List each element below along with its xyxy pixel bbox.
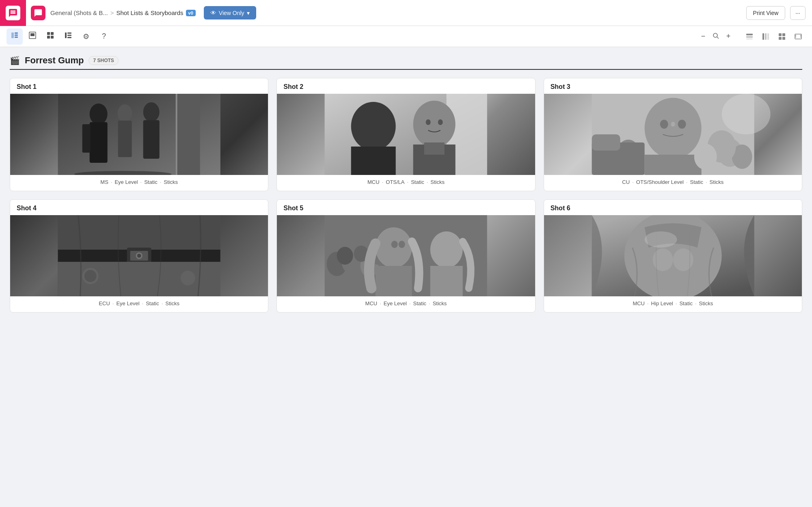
shot-tag: MCU — [367, 179, 380, 185]
svg-rect-17 — [746, 36, 753, 38]
list-icon — [64, 31, 72, 41]
svg-rect-50 — [424, 142, 445, 155]
shot-tag: Static — [679, 300, 693, 306]
svg-rect-37 — [82, 124, 91, 153]
app-icon — [31, 6, 45, 20]
svg-rect-5 — [30, 33, 35, 36]
shot-image — [544, 215, 802, 296]
shot-card[interactable]: Shot 4 ECU·Eye Level·Static·Sticks — [10, 199, 268, 313]
tag-separator: · — [380, 300, 381, 306]
shot-card[interactable]: Shot 6 MCU·Hip Level·Static·Sticks — [544, 199, 802, 313]
toolbar: ⚙ ? − + — [0, 26, 812, 47]
view-mode-cols-button[interactable] — [758, 29, 773, 44]
svg-rect-23 — [782, 33, 785, 36]
frame-view-button[interactable] — [24, 28, 41, 45]
svg-rect-29 — [800, 35, 801, 36]
shot-card[interactable]: Shot 3 CU·OTS/Shoulder Level·Static·Stic… — [544, 78, 802, 191]
svg-rect-11 — [67, 32, 71, 34]
shots-badge: 7 SHOTS — [89, 56, 118, 65]
grid-view-button[interactable] — [42, 28, 58, 45]
svg-rect-25 — [782, 37, 785, 40]
logo-background — [0, 0, 26, 26]
svg-point-63 — [678, 120, 686, 129]
zoom-out-button[interactable]: − — [698, 31, 709, 42]
svg-rect-2 — [15, 35, 18, 36]
svg-rect-6 — [47, 32, 50, 35]
svg-rect-27 — [795, 35, 796, 36]
view-only-button[interactable]: 👁 View Only ▾ — [204, 6, 256, 19]
shot-title: Shot 6 — [544, 200, 802, 215]
svg-rect-8 — [47, 36, 50, 39]
shot-tags: MCU·Eye Level·Static·Sticks — [277, 296, 535, 312]
settings-button[interactable]: ⚙ — [78, 28, 94, 45]
svg-point-40 — [118, 104, 132, 122]
scene-icon: 🎬 — [10, 56, 20, 65]
tag-separator: · — [409, 300, 411, 306]
tag-separator: · — [647, 300, 649, 306]
shot-tag: Sticks — [433, 300, 447, 306]
breadcrumb-separator: > — [110, 9, 114, 16]
print-view-button[interactable]: Print View — [746, 6, 786, 20]
sidebar-toggle-button[interactable] — [6, 28, 23, 45]
svg-point-35 — [90, 104, 108, 125]
tag-separator: · — [695, 300, 697, 306]
svg-rect-76 — [58, 262, 220, 296]
tag-separator: · — [429, 300, 430, 306]
frame-icon — [28, 31, 37, 41]
help-button[interactable]: ? — [96, 28, 112, 45]
zoom-controls: − + — [698, 31, 734, 42]
svg-rect-47 — [351, 147, 396, 175]
svg-point-52 — [438, 119, 443, 125]
svg-rect-16 — [746, 34, 753, 35]
logo-icon — [6, 6, 20, 20]
app-chat-icon — [34, 9, 43, 17]
shot-card[interactable]: Shot 5 MCU·Eye Level·Static·Sticks — [276, 199, 535, 313]
shot-tag: Static — [144, 179, 158, 185]
list-view-button[interactable] — [60, 28, 76, 45]
tag-separator: · — [407, 179, 409, 185]
shot-tag: Eye Level — [116, 300, 139, 306]
tag-separator: · — [632, 179, 634, 185]
shot-title: Shot 1 — [10, 78, 268, 94]
version-badge: v0 — [186, 10, 196, 16]
tag-separator: · — [686, 179, 688, 185]
svg-point-75 — [137, 254, 141, 258]
tag-separator: · — [140, 179, 142, 185]
shots-grid: Shot 1 MS·Eye Level·Static·Sticks Shot 2 — [10, 78, 802, 313]
svg-point-67 — [721, 94, 770, 134]
shot-tag: Static — [411, 179, 424, 185]
more-options-button[interactable]: ··· — [790, 6, 806, 20]
header: General (Shots & B... > Shot Lists & Sto… — [0, 0, 812, 26]
shot-tag: Sticks — [699, 300, 713, 306]
shot-tag: Sticks — [165, 300, 179, 306]
breadcrumb: General (Shots & B... > Shot Lists & Sto… — [50, 9, 196, 16]
svg-point-46 — [351, 102, 396, 151]
shot-card[interactable]: Shot 2 MCU·OTS/LA·Static·Sticks — [276, 78, 535, 191]
svg-rect-70 — [58, 215, 220, 252]
svg-point-79 — [181, 271, 195, 285]
svg-rect-41 — [118, 121, 132, 157]
shot-image — [10, 94, 268, 175]
svg-point-66 — [694, 144, 717, 170]
shot-tags: ECU·Eye Level·Static·Sticks — [10, 296, 268, 312]
view-mode-film-button[interactable] — [791, 29, 806, 44]
main-content: 🎬 Forrest Gump 7 SHOTS Shot 1 MS·Eye Lev… — [0, 47, 812, 321]
breadcrumb-page[interactable]: Shot Lists & Storyboards — [117, 9, 184, 16]
svg-rect-13 — [67, 37, 71, 38]
svg-rect-30 — [800, 37, 801, 37]
shot-tags: CU·OTS/Shoulder Level·Static·Sticks — [544, 175, 802, 191]
svg-point-48 — [413, 101, 456, 148]
svg-rect-61 — [644, 155, 701, 175]
svg-rect-20 — [765, 33, 767, 40]
shot-image — [544, 94, 802, 175]
svg-rect-93 — [325, 215, 487, 296]
view-mode-rows-button[interactable] — [742, 29, 757, 44]
shot-title: Shot 2 — [277, 78, 535, 94]
shot-tags: MCU·OTS/LA·Static·Sticks — [277, 175, 535, 191]
shot-tags: MCU·Hip Level·Static·Sticks — [544, 296, 802, 312]
breadcrumb-app[interactable]: General (Shots & B... — [50, 9, 108, 16]
shot-tag: Static — [146, 300, 159, 306]
zoom-in-button[interactable]: + — [723, 31, 734, 42]
shot-card[interactable]: Shot 1 MS·Eye Level·Static·Sticks — [10, 78, 268, 191]
view-mode-grid-button[interactable] — [775, 29, 789, 44]
